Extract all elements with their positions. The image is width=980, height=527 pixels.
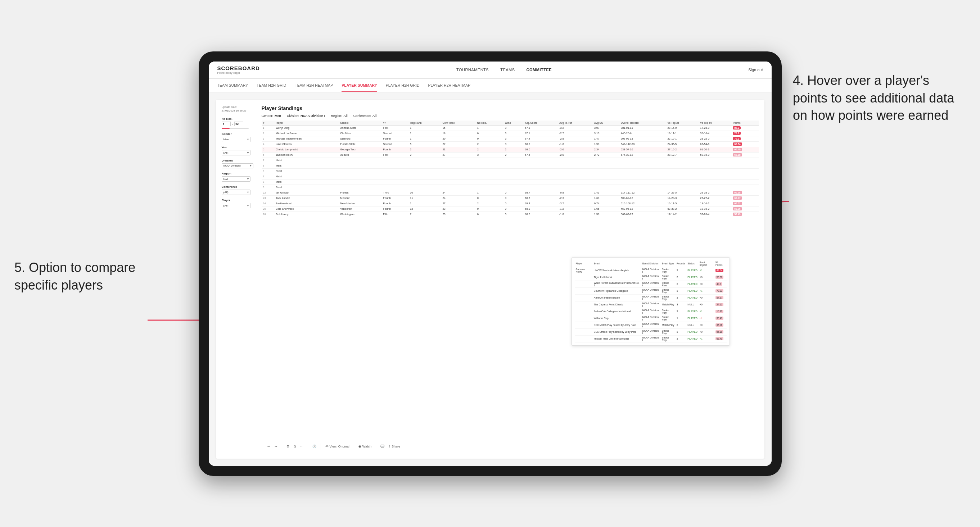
division-select[interactable]: NCAA Division I ▾ xyxy=(222,163,253,168)
table-row[interactable]: 25 Cole Sherwood Vanderbilt Fourth 12 23… xyxy=(262,206,759,211)
filter-region: Region N/A ▾ xyxy=(222,172,256,182)
table-row[interactable]: 26 Petr Hruby Washington Fifth 7 23 0 0 … xyxy=(262,211,759,217)
cell-vs25: 29-15-0 xyxy=(666,125,698,130)
table-row[interactable]: 7 Nichi xyxy=(262,174,759,179)
cell-wins: 0 xyxy=(503,190,523,195)
cell-record: 547-142-38 xyxy=(619,141,666,147)
year-select[interactable]: (All) ▾ xyxy=(222,150,250,156)
ev-col-division: Event Division xyxy=(641,260,661,267)
cell-points[interactable]: 58.18 xyxy=(731,152,758,157)
cell-adj-score xyxy=(523,174,558,179)
cell-record: 533-57-16 xyxy=(619,147,666,152)
table-row[interactable]: 8 Mats xyxy=(262,179,759,184)
no-rds-min-input[interactable] xyxy=(222,122,231,126)
table-row[interactable]: 9 Prest xyxy=(262,184,759,190)
gender-select[interactable]: Men ▾ xyxy=(222,137,250,142)
cell-points[interactable]: 60.27 xyxy=(731,195,758,201)
cell-avg-sg: 1.47 xyxy=(593,136,619,141)
table-row[interactable]: 5 Christo Lamprecht Georgia Tech Fourth … xyxy=(262,147,759,152)
cell-points[interactable]: 59.95 xyxy=(731,206,758,211)
table-row[interactable]: 4 Luke Clanton Florida State Second 5 27… xyxy=(262,141,759,147)
table-row[interactable]: 8 Mats xyxy=(262,163,759,168)
subnav-player-summary[interactable]: PLAYER SUMMARY xyxy=(342,79,377,92)
region-label: Region xyxy=(222,172,256,175)
comment-btn[interactable]: 💬 xyxy=(380,444,384,448)
subnav-team-h2h-grid[interactable]: TEAM H2H GRID xyxy=(257,79,286,92)
subnav-team-summary[interactable]: TEAM SUMMARY xyxy=(217,79,248,92)
subnav-player-h2h-grid[interactable]: PLAYER H2H GRID xyxy=(386,79,420,92)
ev-col-w-points: W Points xyxy=(714,260,727,267)
no-rds-slider[interactable] xyxy=(222,128,249,129)
clock-btn[interactable]: 🕐 xyxy=(312,444,317,448)
table-row[interactable]: 9 Prest xyxy=(262,168,759,174)
cell-player: Christo Lamprecht xyxy=(274,147,339,152)
no-rds-row: - xyxy=(222,122,256,126)
cell-points[interactable] xyxy=(731,174,758,179)
subnav-team-h2h-heatmap[interactable]: TEAM H2H HEATMAP xyxy=(295,79,333,92)
cell-yr: First xyxy=(382,125,409,130)
watch-btn[interactable]: ◉ Watch xyxy=(358,444,371,448)
cell-adj-score xyxy=(523,179,558,184)
table-row[interactable]: 7 Nichi xyxy=(262,157,759,163)
cell-num: 1 xyxy=(262,125,274,130)
cell-points[interactable] xyxy=(731,184,758,190)
cell-avg-sg: 3.07 xyxy=(593,125,619,130)
no-rds-max-input[interactable] xyxy=(234,122,243,126)
cell-wins: 0 xyxy=(503,206,523,211)
filter-conference: Conference (All) ▾ xyxy=(222,185,256,195)
cell-num: 2 xyxy=(262,130,274,136)
cell-points[interactable]: 76.2 xyxy=(731,130,758,136)
cell-points[interactable]: 68.54 xyxy=(731,141,758,147)
more-btn[interactable]: ⋯ xyxy=(300,444,303,448)
table-area: Player Standings Gender: Men Division: N… xyxy=(262,105,759,453)
cell-points[interactable]: 70.2 xyxy=(731,136,758,141)
ev-col-rounds: Rounds xyxy=(676,260,686,267)
col-points: Points xyxy=(731,121,758,125)
conference-label: Conference xyxy=(222,185,256,189)
cell-to-par: -1.6 xyxy=(558,141,593,147)
table-row[interactable]: 22 Ian Gilligan Florida Third 10 24 1 0 … xyxy=(262,190,759,195)
nav-teams[interactable]: TEAMS xyxy=(500,68,515,72)
filter-player: Player (All) ▾ xyxy=(222,198,256,208)
share-btn[interactable]: ⤴ Share xyxy=(389,444,400,448)
cell-conf-rank xyxy=(441,179,476,184)
cell-school: Missouri xyxy=(339,195,382,201)
cell-points[interactable]: 60.58 xyxy=(731,190,758,195)
cell-vs25 xyxy=(666,174,698,179)
subnav-player-h2h-heatmap[interactable]: PLAYER H2H HEATMAP xyxy=(428,79,470,92)
event-popup: Player Event Event Division Event Type R… xyxy=(571,257,730,346)
cell-school xyxy=(339,184,382,190)
copy-btn[interactable]: ⧉ xyxy=(294,444,296,449)
redo-btn[interactable]: ↪ xyxy=(275,444,277,448)
cell-adj-score: 68.6 xyxy=(523,211,558,217)
table-row[interactable]: 24 Bastien Amat New Mexico Fourth 1 27 2… xyxy=(262,201,759,206)
cell-vs50 xyxy=(698,184,731,190)
table-row[interactable]: 1 Wenyi Ding Arizona State First 1 15 1 … xyxy=(262,125,759,130)
player-select[interactable]: (All) ▾ xyxy=(222,203,250,208)
sign-out-link[interactable]: Sign out xyxy=(748,68,763,72)
cell-wins xyxy=(503,179,523,184)
cell-points[interactable] xyxy=(731,179,758,184)
conference-select[interactable]: (All) ▾ xyxy=(222,190,250,195)
cell-adj-score: 68.2 xyxy=(523,141,558,147)
cell-record: 208-06-13 xyxy=(619,136,666,141)
cell-to-par: -1.8 xyxy=(558,211,593,217)
nav-committee[interactable]: COMMITTEE xyxy=(527,68,552,72)
cell-reg-rank: 2 xyxy=(409,147,441,152)
cell-vs25: 27-10-2 xyxy=(666,147,698,152)
cell-points[interactable]: 60.49 xyxy=(731,147,758,152)
table-row[interactable]: 2 Michael La Sasso Ole Miss Second 1 18 … xyxy=(262,130,759,136)
cell-points[interactable]: 58.49 xyxy=(731,211,758,217)
region-select[interactable]: N/A ▾ xyxy=(222,176,250,182)
cell-points[interactable]: 60.02 xyxy=(731,201,758,206)
table-row[interactable]: 3 Michael Thorbjornsen Stanford Fourth 1… xyxy=(262,136,759,141)
table-row[interactable]: 23 Jack Lundin Missouri Fourth 11 24 0 0… xyxy=(262,195,759,201)
undo-btn[interactable]: ↩ xyxy=(267,444,270,448)
nav-tournaments[interactable]: TOURNAMENTS xyxy=(457,68,489,72)
settings-btn[interactable]: ⚙ xyxy=(286,444,290,448)
filter-conference-display: Conference: All xyxy=(353,114,377,117)
cell-points[interactable]: 88.2 xyxy=(731,125,758,130)
cell-num: 4 xyxy=(262,141,274,147)
view-original-btn[interactable]: 👁 View: Original xyxy=(325,444,350,448)
table-row[interactable]: 6 Jackson Koivu Auburn First 2 27 3 2 67… xyxy=(262,152,759,157)
